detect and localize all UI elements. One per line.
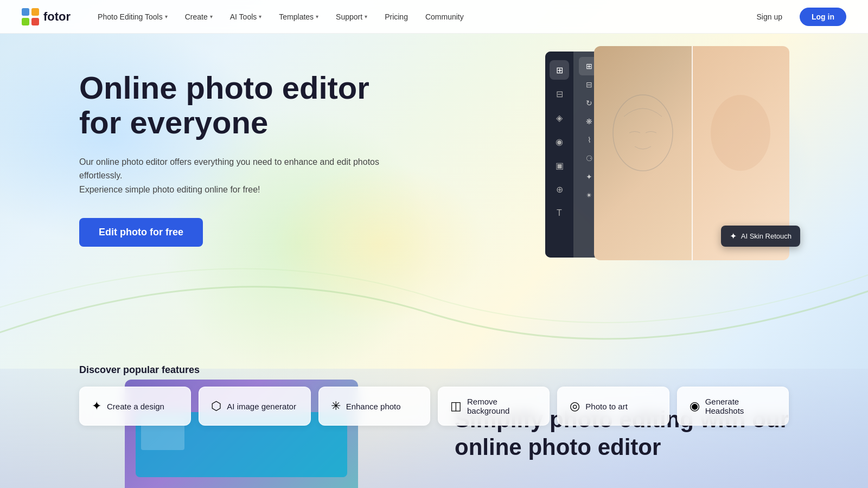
features-section: Discover popular features ✦ Create a des…	[79, 364, 789, 426]
panel-grid-icon[interactable]: ⊞	[550, 60, 569, 80]
panel-adjust-icon[interactable]: ⊟	[550, 84, 569, 104]
create-design-icon: ✦	[92, 399, 101, 413]
panel-beauty-icon[interactable]: ◈	[550, 108, 569, 127]
logo[interactable]: fotor	[22, 8, 71, 25]
teeth-icon: ⚆	[584, 154, 594, 163]
feature-enhance-photo[interactable]: ✳ Enhance photo	[318, 387, 430, 426]
blush-icon: ❋	[584, 117, 594, 126]
hero-title: Online photo editor for everyone	[79, 70, 383, 140]
panel-text-icon[interactable]: T	[550, 203, 569, 223]
enhance-photo-icon: ✳	[331, 399, 341, 413]
svg-rect-0	[22, 8, 29, 16]
nav-right: Sign up Log in	[748, 8, 846, 26]
svg-point-5	[711, 95, 770, 171]
svg-rect-2	[22, 18, 29, 25]
ai-badge-icon: ✦	[730, 231, 737, 241]
hero-preview: ⊞ ⊟ ◈ ◉ ▣ ⊕ T ⊞ Crop ⊟ Resize ↻ R	[545, 46, 789, 263]
features-grid: ✦ Create a design ⬡ AI image generator ✳…	[79, 387, 789, 426]
photo-sketch-overlay	[594, 46, 692, 260]
nav-community[interactable]: Community	[418, 8, 471, 25]
ai-image-icon: ⬡	[211, 399, 221, 413]
headshots-icon: ◉	[690, 399, 700, 413]
feature-photo-to-art[interactable]: ◎ Photo to art	[557, 387, 669, 426]
nav-pricing[interactable]: Pricing	[377, 8, 416, 25]
logo-text: fotor	[43, 10, 71, 24]
edit-photo-button[interactable]: Edit photo for free	[79, 218, 203, 247]
panel-sidebar: ⊞ ⊟ ◈ ◉ ▣ ⊕ T	[545, 52, 573, 258]
nav-items: Photo Editing Tools ▾ Create ▾ AI Tools …	[90, 8, 748, 25]
remove-bg-icon: ◫	[450, 399, 462, 413]
nav-photo-editing-tools[interactable]: Photo Editing Tools ▾	[90, 8, 175, 25]
feature-ai-image-generator[interactable]: ⬡ AI image generator	[199, 387, 310, 426]
reshape-icon: ⌇	[584, 136, 594, 144]
fotor-logo-icon	[22, 8, 39, 25]
nav-create[interactable]: Create ▾	[177, 8, 220, 25]
login-button[interactable]: Log in	[800, 8, 846, 26]
hero-content: Online photo editor for everyone Our onl…	[79, 70, 383, 247]
panel-group-icon[interactable]: ⊕	[550, 179, 569, 199]
chevron-down-icon: ▾	[165, 14, 168, 20]
resize-icon: ⊟	[584, 80, 594, 89]
nav-support[interactable]: Support ▾	[328, 8, 375, 25]
panel-eye-icon[interactable]: ◉	[550, 132, 569, 151]
hero-section: fotor Photo Editing Tools ▾ Create ▾ AI …	[0, 0, 868, 488]
features-title: Discover popular features	[79, 364, 789, 376]
ai-skin-retouch-badge: ✦ AI Skin Retouch	[721, 226, 800, 247]
nav-templates[interactable]: Templates ▾	[271, 8, 326, 25]
photo-left-half	[594, 46, 692, 260]
chevron-down-icon: ▾	[259, 14, 261, 20]
chevron-down-icon: ▾	[316, 14, 318, 20]
photo-to-art-icon: ◎	[570, 399, 580, 413]
svg-point-4	[613, 95, 673, 171]
panel-frame-icon[interactable]: ▣	[550, 156, 569, 175]
feature-create-design[interactable]: ✦ Create a design	[79, 387, 191, 426]
chevron-down-icon: ▾	[210, 14, 213, 20]
photo-divider	[692, 46, 693, 260]
hero-subtitle: Our online photo editor offers everythin…	[79, 155, 383, 197]
crop-icon: ⊞	[584, 62, 594, 70]
navigation: fotor Photo Editing Tools ▾ Create ▾ AI …	[0, 0, 868, 34]
signup-button[interactable]: Sign up	[748, 8, 791, 25]
chevron-down-icon: ▾	[365, 14, 367, 20]
rotate-icon: ↻	[584, 99, 594, 107]
magic-remove-icon: ✴	[584, 191, 594, 200]
feature-generate-headshots[interactable]: ◉ Generate Headshots	[677, 387, 789, 426]
effects-icon: ✦	[584, 172, 594, 181]
feature-remove-background[interactable]: ◫ Remove background	[438, 387, 550, 426]
nav-ai-tools[interactable]: AI Tools ▾	[222, 8, 270, 25]
svg-rect-1	[31, 8, 39, 16]
svg-rect-3	[31, 18, 39, 25]
